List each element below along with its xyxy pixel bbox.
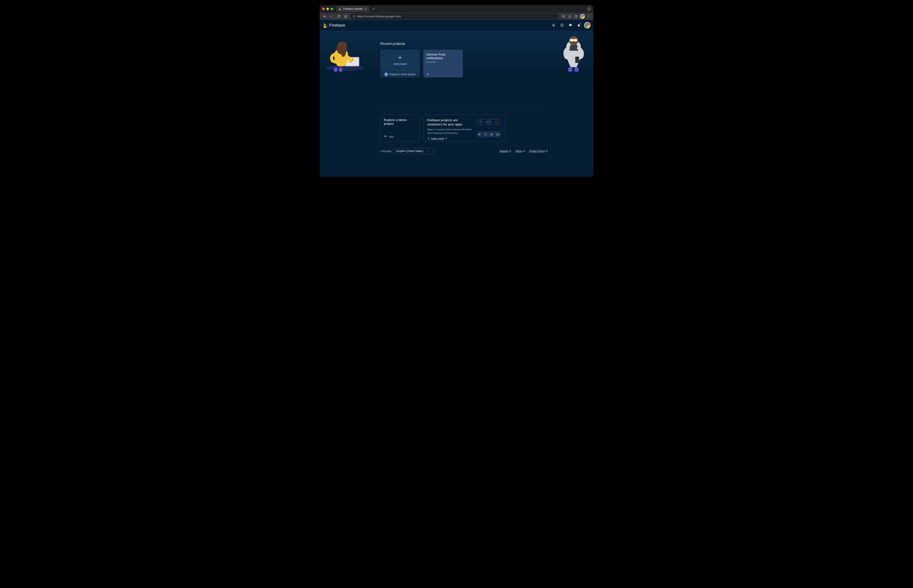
project-title: Chrome Push notifications [426,53,460,60]
tab-close-button[interactable] [364,7,367,10]
site-info-icon[interactable] [353,15,355,18]
explore-demo-title: Explore a demo project [384,118,416,126]
svg-rect-29 [575,67,579,72]
privacy-link[interactable]: Privacy Policy [529,150,548,153]
containers-panel: Firebase projects are containers for you… [423,115,505,142]
external-link-icon [445,137,447,139]
ios-label: iOS+ [389,136,394,138]
external-link-icon [523,150,525,152]
add-project-card: Add project Explore a demo project [380,50,420,78]
illustration-right-icon [555,32,591,72]
svg-point-27 [342,48,343,48]
svg-point-39 [492,134,492,134]
language-select[interactable]: English (United States) [394,148,435,154]
add-project-button[interactable]: Add project [380,50,420,71]
language-value: English (United States) [396,150,423,153]
svg-point-18 [562,26,562,26]
plus-icon [397,55,403,60]
learn-more-link[interactable]: Learn more [427,137,472,140]
help-button[interactable] [559,22,565,28]
chrome-menu-button[interactable] [586,13,592,19]
dropdown-arrow-icon [426,150,429,152]
svg-line-13 [552,24,553,24]
language-label: Language [380,150,392,153]
illustration-left-icon [322,32,366,72]
window-zoom-button[interactable] [330,8,333,10]
tabs-dropdown-button[interactable] [587,6,591,11]
window-close-button[interactable] [322,8,325,10]
project-id: crx-push [426,61,460,63]
labs-button[interactable] [567,13,573,19]
svg-rect-23 [334,68,337,72]
window-controls [322,8,333,10]
app-header: Firebase [320,20,593,31]
compass-icon [384,73,388,76]
svg-point-38 [491,134,492,134]
svg-point-6 [589,16,589,16]
browser-toolbar: https://console.firebase.google.com/ [320,13,593,20]
svg-point-5 [589,15,589,16]
browser-tabstrip: Firebase console [320,5,593,13]
browser-window: Firebase console http [320,5,593,177]
support-link-text: Support [499,150,508,153]
project-card[interactable]: Chrome Push notifications crx-push [423,50,463,78]
svg-rect-24 [339,68,342,72]
analytics-icon [478,133,481,136]
nav-forward-button[interactable] [329,13,334,19]
window-minimize-button[interactable] [326,8,329,10]
hero-banner: Recent projects Add project [320,31,593,72]
new-tab-button[interactable] [371,6,376,11]
svg-line-15 [554,24,555,24]
explore-demo-panel[interactable]: Explore a demo project iOS+ [380,115,420,142]
nav-home-button[interactable] [343,13,349,19]
platforms-pill: iOS+ [476,119,501,125]
android-icon [384,135,387,138]
notifications-button[interactable] [576,22,582,28]
firebase-favicon-icon [338,7,342,10]
web-chip-icon [494,120,499,124]
containers-title: Firebase projects are containers for you… [427,118,472,126]
settings-icon [484,133,487,136]
svg-point-26 [340,48,340,48]
feedback-button[interactable] [567,22,573,28]
theme-toggle-button[interactable] [550,22,557,28]
add-project-label: Add project [393,63,406,65]
lightbulb-icon [427,137,430,140]
support-link[interactable]: Support [499,150,511,153]
external-link-icon [546,150,548,152]
nav-reload-button[interactable] [336,13,342,19]
explore-demo-link[interactable]: Explore a demo project [390,73,416,76]
profile-button[interactable] [580,13,585,19]
extensions-button[interactable] [560,13,567,19]
nav-back-button[interactable] [321,13,327,19]
info-panels-row: Explore a demo project iOS+ Firebase pro… [380,115,548,142]
account-avatar-button[interactable] [584,22,591,28]
svg-point-8 [553,24,554,26]
firebase-logo-icon [322,23,327,28]
privacy-link-text: Privacy Policy [529,150,545,153]
tab-title: Firebase console [343,7,363,10]
svg-line-16 [552,26,553,26]
page-footer: Language English (United States) Support… [380,148,548,154]
learn-more-text: Learn more [431,137,444,140]
external-link-icon [509,150,511,152]
svg-line-14 [554,26,555,26]
containers-illustration: iOS+ [476,118,501,138]
android-chip-icon [478,120,483,124]
browser-tab[interactable]: Firebase console [337,6,369,12]
svg-rect-3 [575,15,577,17]
people-icon [490,133,493,136]
web-platform-icon [426,73,429,76]
address-bar[interactable]: https://console.firebase.google.com/ [350,13,559,19]
terms-link[interactable]: Terms [515,150,525,153]
profile-avatar-icon [580,14,585,19]
firebase-brand: Firebase [329,23,345,27]
containers-description: Apps in a project share features like Re… [427,128,472,135]
svg-point-37 [485,134,486,135]
side-panel-button[interactable] [573,13,579,19]
svg-rect-1 [354,16,354,16]
project-cards-row: Add project Explore a demo project Chrom… [380,50,548,78]
svg-rect-34 [575,57,579,63]
features-pill [476,131,501,137]
url-text: https://console.firebase.google.com/ [357,15,401,18]
